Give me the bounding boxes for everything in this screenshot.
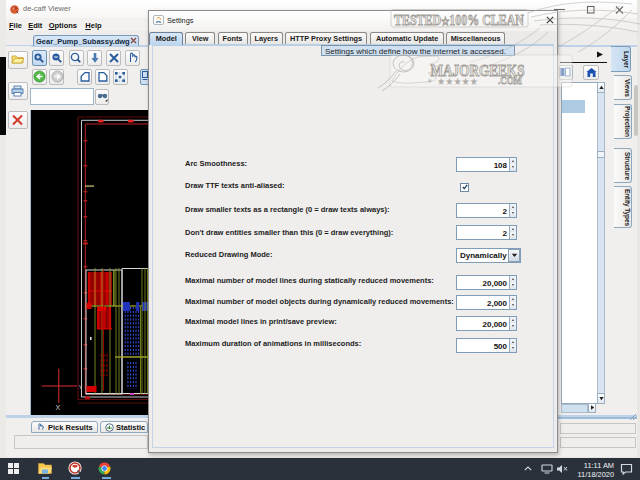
svg-text:Y: Y	[79, 384, 83, 390]
svg-text:X: X	[56, 404, 61, 411]
